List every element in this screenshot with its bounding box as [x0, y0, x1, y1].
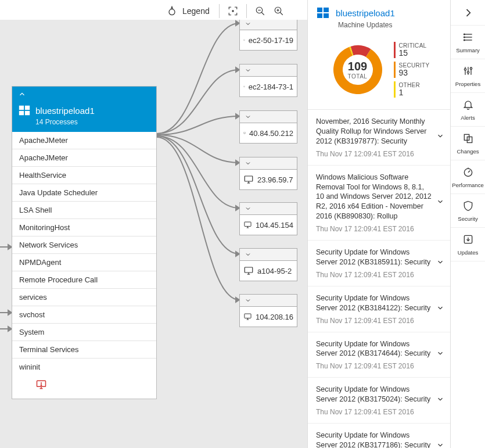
svg-rect-22	[19, 106, 24, 110]
remote-node-label: 104.208.16	[256, 313, 293, 321]
node-expand-toggle[interactable]	[239, 248, 297, 261]
update-date: Thu Nov 17 12:09:41 EST 2016	[316, 150, 442, 158]
svg-rect-46	[245, 267, 253, 273]
strip-tab-security[interactable]: Security	[451, 194, 485, 228]
remote-node[interactable]: 23.96.59.7	[239, 169, 297, 190]
process-item[interactable]: ApacheJMeter	[12, 132, 156, 149]
legend-button[interactable]: Legend	[163, 4, 213, 18]
panel-close-button[interactable]	[451, 0, 485, 26]
updates-donut: 109 TOTAL CRITICAL 15 SECURITY 93 OTHER …	[308, 31, 450, 110]
strip-tab-changes[interactable]: Changes	[451, 127, 485, 160]
process-item[interactable]: wininit	[12, 358, 156, 375]
updates-list[interactable]: November, 2016 Security Monthly Quality …	[308, 110, 450, 448]
windows-icon	[18, 104, 31, 117]
svg-rect-53	[324, 8, 329, 12]
expand-chevron[interactable]	[436, 349, 444, 360]
summary-icon	[462, 31, 474, 45]
chevron-down-icon	[436, 349, 444, 357]
zoom-in-button[interactable]	[271, 3, 286, 19]
remote-node-label: a104-95-2	[257, 267, 292, 275]
process-item[interactable]: services	[12, 288, 156, 306]
process-item[interactable]: Network Services	[12, 236, 156, 253]
process-item[interactable]: Java Update Scheduler	[12, 184, 156, 201]
remote-node-label: ec2-184-73-1	[249, 83, 293, 91]
collapse-button[interactable]	[18, 90, 26, 101]
strip-tab-label: Performance	[452, 182, 483, 188]
remote-node[interactable]: ec2-50-17-19	[239, 30, 297, 51]
update-item[interactable]: November, 2016 Security Monthly Quality …	[308, 110, 450, 166]
remote-node[interactable]: 104.208.16	[239, 306, 297, 327]
expand-chevron[interactable]	[436, 304, 444, 314]
node-expand-toggle[interactable]	[239, 294, 297, 307]
svg-point-66	[467, 71, 469, 73]
legend-value: 93	[399, 69, 430, 77]
strip-tab-properties[interactable]: Properties	[451, 59, 485, 93]
node-expand-toggle[interactable]	[239, 110, 297, 123]
expand-chevron[interactable]	[436, 395, 444, 406]
process-item[interactable]: ApacheJMeter	[12, 149, 156, 166]
strip-tab-performance[interactable]: Performance	[451, 160, 485, 194]
svg-rect-52	[317, 8, 322, 12]
node-expand-toggle[interactable]	[239, 202, 297, 215]
update-title: Security Update for Windows Server 2012 …	[316, 339, 442, 359]
remote-node[interactable]: 40.84.50.212	[239, 123, 297, 144]
update-item[interactable]: Security Update for Windows Server 2012 …	[308, 378, 450, 424]
monitor-alert-icon	[35, 379, 47, 390]
update-item[interactable]: Windows Malicious Software Removal Tool …	[308, 166, 450, 241]
machine-card[interactable]: bluestripeload1 14 Processes ApacheJMete…	[12, 86, 157, 399]
expand-chevron[interactable]	[436, 132, 444, 142]
node-expand-toggle[interactable]	[239, 64, 297, 77]
machine-card-header[interactable]: bluestripeload1 14 Processes	[12, 87, 156, 132]
update-date: Thu Nov 17 12:09:41 EST 2016	[316, 317, 442, 325]
node-expand-toggle[interactable]	[239, 157, 297, 170]
machine-footer-icon[interactable]	[12, 375, 156, 399]
security-icon	[462, 200, 474, 214]
strip-tab-updates[interactable]: Updates	[451, 228, 485, 261]
remote-node[interactable]: ec2-184-73-1	[239, 76, 297, 97]
legend-value: 15	[399, 49, 427, 58]
update-item[interactable]: Security Update for Windows Server 2012 …	[308, 424, 450, 448]
fit-to-screen-button[interactable]	[225, 3, 240, 19]
svg-point-13	[169, 9, 175, 15]
chevron-down-icon	[436, 304, 444, 312]
process-item[interactable]: NPMDAgent	[12, 253, 156, 271]
remote-node[interactable]: 104.45.154	[239, 214, 297, 235]
donut-legend: CRITICAL 15 SECURITY 93 OTHER 1	[394, 42, 430, 98]
machine-subtitle: 14 Processes	[35, 118, 150, 126]
process-item[interactable]: LSA Shell	[12, 201, 156, 218]
strip-tab-summary[interactable]: Summary	[451, 26, 485, 59]
monitor-icon	[243, 81, 245, 92]
update-item[interactable]: Security Update for Windows Server 2012 …	[308, 332, 450, 378]
expand-chevron[interactable]	[436, 441, 444, 448]
windows-icon	[316, 6, 330, 20]
svg-rect-25	[25, 111, 30, 115]
donut-total-label: TOTAL	[348, 73, 368, 80]
svg-rect-24	[19, 111, 24, 115]
process-item[interactable]: HealthService	[12, 166, 156, 184]
chevron-down-icon	[245, 297, 252, 304]
monitor-icon	[243, 128, 246, 138]
update-item[interactable]: Security Update for Windows Server 2012 …	[308, 241, 450, 286]
process-item[interactable]: svchost	[12, 306, 156, 323]
expand-chevron[interactable]	[436, 258, 444, 268]
chevron-down-icon	[436, 441, 444, 448]
strip-tab-label: Changes	[457, 148, 479, 155]
zoom-out-button[interactable]	[253, 3, 268, 19]
strip-tab-alerts[interactable]: Alerts	[451, 93, 485, 127]
process-item[interactable]: MonitoringHost	[12, 218, 156, 236]
chevron-down-icon	[245, 113, 252, 120]
chevron-down-icon	[436, 258, 444, 266]
svg-rect-23	[25, 106, 30, 110]
legend-color-bar	[394, 42, 396, 58]
process-item[interactable]: System	[12, 323, 156, 341]
process-item[interactable]: Remote Procedure Call	[12, 271, 156, 288]
donut-center: 109 TOTAL	[329, 41, 387, 99]
chevron-down-icon	[245, 67, 252, 74]
strip-tab-label: Alerts	[461, 114, 475, 121]
update-date: Thu Nov 17 12:09:41 EST 2016	[316, 362, 442, 370]
update-item[interactable]: Security Update for Windows Server 2012 …	[308, 286, 450, 332]
remote-node[interactable]: a104-95-2	[239, 260, 297, 281]
alerts-icon	[462, 99, 474, 113]
expand-chevron[interactable]	[436, 198, 444, 208]
process-item[interactable]: Terminal Services	[12, 341, 156, 358]
